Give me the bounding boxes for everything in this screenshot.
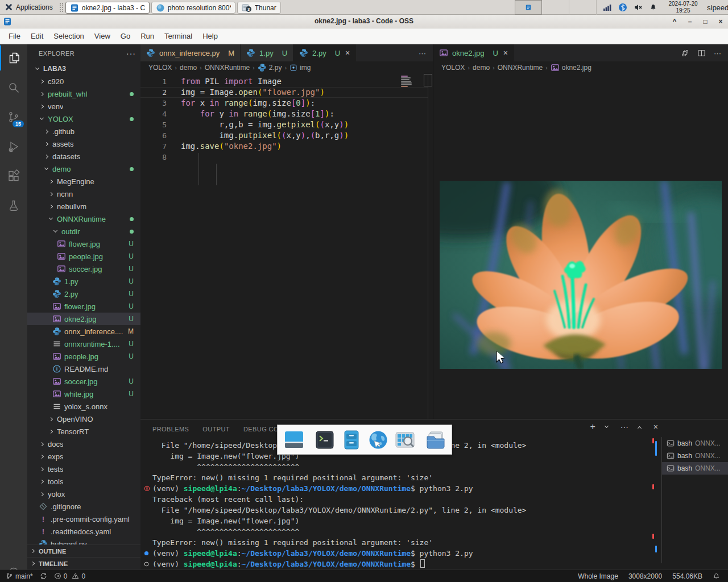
panel-tab-problems[interactable]: PROBLEMS [152,422,189,435]
terminal-instance-2[interactable]: bashONNX... [662,450,728,462]
git-branch-button[interactable]: main* [2,570,36,582]
tree-item-yolox[interactable]: yolox [27,488,140,500]
notifications-bell-icon[interactable] [649,3,657,12]
tree-item-demo[interactable]: demo [27,163,140,175]
minimap[interactable] [401,76,426,88]
tab-close-icon[interactable]: × [503,48,508,57]
tree-item-onnxruntime[interactable]: ONNXRuntime [27,213,140,225]
menu-terminal[interactable]: Terminal [159,30,197,43]
menu-run[interactable]: Run [135,30,159,43]
activity-extensions[interactable] [0,164,27,189]
taskbar-window-2[interactable]: photo resolution 800*60... [151,2,235,14]
tab-close-icon[interactable]: × [345,48,350,57]
tree-item-white.jpg[interactable]: white.jpgU [27,388,140,400]
tree-item-.readthedocs.yaml[interactable]: !.readthedocs.yaml [27,525,140,538]
workspace-pager[interactable] [515,0,597,15]
network-signal-icon[interactable] [603,3,612,12]
tree-item-onnxruntime-1....[interactable]: onnxruntime-1....U [27,338,140,350]
web-browser-icon[interactable] [367,429,390,451]
terminal-dropdown-icon[interactable] [605,424,609,428]
breadcrumb-img[interactable]: img [289,64,311,72]
tree-item-soccer.jpg[interactable]: soccer.jpgU [27,263,140,275]
tree-item-tensorrt[interactable]: TensorRT [27,425,140,438]
section-timeline[interactable]: TIMELINE [27,557,140,569]
tree-item-ncnn[interactable]: ncnn [27,188,140,200]
status-554-06kb[interactable]: 554.06KB [669,570,706,582]
tab-onnx-inference.py[interactable]: onnx_inference.pyM [140,44,241,61]
split-icon[interactable] [697,49,706,57]
image-preview[interactable] [433,74,728,419]
tree-item-okne2.jpg[interactable]: okne2.jpgU [27,313,140,325]
tree-item-.pre-commit-config.yaml[interactable]: !.pre-commit-config.yaml [27,513,140,525]
taskbar-window-1[interactable]: okne2.jpg - laba3 - Code - ... [65,2,150,14]
tree-item-laba3[interactable]: LABA3 [27,63,140,75]
tree-item-c920[interactable]: c920 [27,75,140,88]
tree-item-datasets[interactable]: datasets [27,150,140,163]
panel-handle[interactable] [60,3,63,12]
tree-item-soccer.jpg[interactable]: soccer.jpgU [27,375,140,388]
breadcrumb-demo[interactable]: demo [473,64,490,72]
breadcrumb-okne2.jpg[interactable]: okne2.jpg [551,63,592,72]
tree-item-hubconf.py[interactable]: hubconf.py [27,538,140,544]
tree-item-1.py[interactable]: 1.pyU [27,275,140,288]
tree-item-flower.jpg[interactable]: flower.jpgU [27,238,140,250]
section-outline[interactable]: OUTLINE [27,544,140,557]
menu-edit[interactable]: Edit [26,30,48,43]
sync-button[interactable] [36,570,51,582]
menu-view[interactable]: View [89,30,115,43]
breadcrumb-onnxruntime[interactable]: ONNXRuntime [205,64,250,72]
workspace-cell-3[interactable] [569,0,597,15]
breadcrumb-onnxruntime[interactable]: ONNXRuntime [498,64,543,72]
activity-source-control[interactable]: 15 [0,105,27,130]
tree-item-flower.jpg[interactable]: flower.jpgU [27,300,140,313]
activity-search[interactable] [0,75,27,100]
activity-run-debug[interactable] [0,134,27,159]
activity-explorer[interactable] [0,45,27,70]
tree-item-prebuilt-whl[interactable]: prebuilt_whl [27,88,140,100]
volume-muted-icon[interactable] [634,3,643,12]
compare-icon[interactable] [681,49,689,57]
tab-1.py[interactable]: 1.pyU [241,44,293,61]
tree-item-tools[interactable]: tools [27,475,140,488]
workspace-cell-2[interactable] [542,0,569,15]
activity-testing[interactable] [0,193,27,218]
maximize-panel-icon[interactable] [638,426,642,430]
file-folder-icon[interactable] [424,429,447,451]
tree-item-yolox[interactable]: YOLOX [27,113,140,125]
minimize-window-button[interactable]: – [686,18,694,26]
tree-item-nebullvm[interactable]: nebullvm [27,200,140,213]
panel-more-actions-icon[interactable]: ··· [621,422,628,431]
tab-okne2.jpg[interactable]: okne2.jpgU× [433,44,514,61]
breadcrumb-yolox[interactable]: YOLOX [441,64,465,72]
menu-go[interactable]: Go [115,30,135,43]
menu-file[interactable]: File [3,30,26,43]
more-editor-actions-icon[interactable]: ··· [714,49,721,57]
code-editor[interactable]: 1from PIL import Image2img = Image.open(… [140,74,433,419]
breadcrumb-2.py[interactable]: 2.py [258,63,282,72]
terminal-emulator-icon[interactable] [313,429,336,451]
tree-item-assets[interactable]: assets [27,138,140,150]
display-icon[interactable] [283,429,305,451]
breadcrumb-yolox[interactable]: YOLOX [148,64,172,72]
tree-item-onnx-inference....[interactable]: onnx_inference....M [27,325,140,338]
tree-item-people.jpg[interactable]: people.jpgU [27,250,140,263]
window-titlebar[interactable]: okne2.jpg - laba3 - Code - OSS ^ – □ × [0,15,728,28]
explorer-actions-icon[interactable]: ··· [126,49,136,58]
tree-item-tests[interactable]: tests [27,463,140,475]
tree-item-readme.md[interactable]: README.md [27,363,140,375]
problems-button[interactable]: 0 0 [51,570,89,582]
tree-item-2.py[interactable]: 2.pyU [27,288,140,300]
close-window-button[interactable]: × [717,18,725,26]
terminal-instance-3[interactable]: bashONNX... [662,462,728,475]
tree-item-openvino[interactable]: OpenVINO [27,413,140,425]
panel-tab-output[interactable]: OUTPUT [202,422,230,435]
tree-item-.github[interactable]: .github [27,125,140,138]
tab-2.py[interactable]: 2.pyU× [293,44,356,61]
clock[interactable]: 2024-07-20 19:25 [664,1,702,14]
bluetooth-icon[interactable] [618,3,627,12]
status-whole-image[interactable]: Whole Image [574,570,622,582]
menu-help[interactable]: Help [197,30,223,43]
tree-item-docs[interactable]: docs [27,438,140,450]
tree-item-yolox-s.onnx[interactable]: yolox_s.onnx [27,400,140,413]
terminal-instance-1[interactable]: bashONNX... [662,437,728,450]
